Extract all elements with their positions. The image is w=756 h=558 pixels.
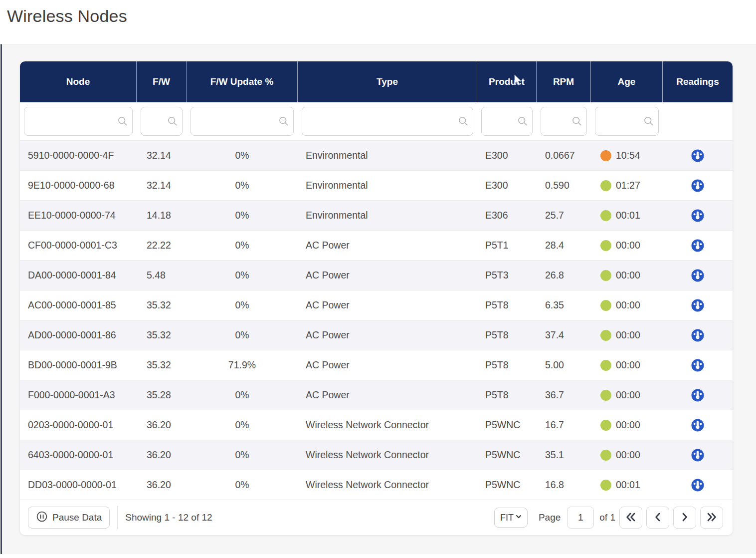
column-header-age[interactable]: Age <box>591 61 663 102</box>
filter-cell-age <box>591 102 663 140</box>
filter-input-product[interactable] <box>481 107 533 136</box>
first-page-button[interactable] <box>619 507 642 529</box>
age-status-dot <box>600 420 611 431</box>
readings-gauge-icon[interactable] <box>690 478 705 493</box>
rpm-cell: 37.4 <box>537 320 591 350</box>
readings-cell <box>663 231 733 260</box>
firmware-update-cell: 0% <box>187 320 298 350</box>
node-cell: DA00-0000-0001-84 <box>20 261 137 290</box>
showing-range-text: Showing 1 - 12 of 12 <box>125 512 212 523</box>
filter-input-age[interactable] <box>595 107 659 136</box>
age-cell: 00:00 <box>591 231 663 260</box>
rpm-cell: 28.4 <box>537 231 591 260</box>
firmware-update-cell: 0% <box>187 201 298 230</box>
last-page-button[interactable] <box>700 507 723 529</box>
firmware-update-cell: 0% <box>187 380 298 410</box>
rpm-cell: 35.1 <box>537 440 591 470</box>
age-cell: 00:00 <box>591 350 663 380</box>
filter-input-node[interactable] <box>24 107 133 136</box>
filter-input-rpm[interactable] <box>541 107 587 136</box>
node-cell: AD00-0000-0001-86 <box>20 320 137 350</box>
age-cell: 00:00 <box>591 440 663 470</box>
readings-cell <box>663 320 733 350</box>
table-row: AC00-0000-0001-85 35.32 0% AC Power P5T8… <box>20 290 733 320</box>
age-cell: 00:01 <box>591 201 663 230</box>
column-header-readings[interactable]: Readings <box>663 61 733 102</box>
column-header-rpm[interactable]: RPM <box>537 61 591 102</box>
product-cell: P5T8 <box>477 350 537 380</box>
age-value: 10:54 <box>616 150 640 161</box>
table-row: 5910-0000-0000-4F 32.14 0% Environmental… <box>20 140 733 170</box>
next-page-button[interactable] <box>673 507 696 529</box>
node-cell: 5910-0000-0000-4F <box>20 141 137 170</box>
column-header-f-w[interactable]: F/W <box>137 61 187 102</box>
firmware-update-cell: 0% <box>187 290 298 320</box>
age-value: 00:00 <box>616 449 640 461</box>
rpm-cell: 36.7 <box>537 380 591 410</box>
page-title: Wireless Nodes <box>7 6 756 26</box>
readings-gauge-icon[interactable] <box>690 208 705 223</box>
product-cell: P5WNC <box>477 440 537 470</box>
readings-gauge-icon[interactable] <box>690 298 705 313</box>
readings-cell <box>663 410 733 440</box>
firmware-cell: 32.14 <box>137 171 187 200</box>
table-row: BD00-0000-0001-9B 35.32 71.9% AC Power P… <box>20 350 733 380</box>
page-size-select[interactable]: FIT <box>494 508 528 528</box>
node-cell: EE10-0000-0000-74 <box>20 201 137 230</box>
product-cell: E306 <box>477 201 537 230</box>
column-header-f-w-update[interactable]: F/W Update % <box>187 61 298 102</box>
chevron-down-icon <box>515 513 523 523</box>
readings-gauge-icon[interactable] <box>690 238 705 253</box>
page-number-input[interactable] <box>567 507 594 529</box>
age-value: 00:00 <box>616 240 640 251</box>
type-cell: AC Power <box>298 261 477 290</box>
wireless-nodes-table: NodeF/WF/W Update %TypeProductRPMAgeRead… <box>20 61 733 535</box>
column-header-node[interactable]: Node <box>20 61 137 102</box>
readings-gauge-icon[interactable] <box>690 268 705 283</box>
age-status-dot <box>600 240 611 251</box>
readings-gauge-icon[interactable] <box>690 148 705 163</box>
type-cell: AC Power <box>298 231 477 260</box>
product-cell: P5T1 <box>477 231 537 260</box>
firmware-cell: 35.32 <box>137 290 187 320</box>
type-cell: Environmental <box>298 141 477 170</box>
readings-gauge-icon[interactable] <box>690 418 705 433</box>
footer-divider <box>117 506 118 529</box>
table-row: DD03-0000-0000-01 36.20 0% Wireless Netw… <box>20 470 733 500</box>
readings-gauge-icon[interactable] <box>690 388 705 403</box>
rpm-cell: 25.7 <box>537 201 591 230</box>
readings-gauge-icon[interactable] <box>690 358 705 373</box>
firmware-cell: 36.20 <box>137 410 187 440</box>
table-row: AD00-0000-0001-86 35.32 0% AC Power P5T8… <box>20 320 733 350</box>
filter-input-f-w-update[interactable] <box>190 107 294 136</box>
previous-page-button[interactable] <box>646 507 669 529</box>
firmware-update-cell: 0% <box>187 141 298 170</box>
readings-cell <box>663 171 733 200</box>
age-cell: 00:01 <box>591 470 663 500</box>
readings-gauge-icon[interactable] <box>690 448 705 463</box>
node-cell: CF00-0000-0001-C3 <box>20 231 137 260</box>
readings-gauge-icon[interactable] <box>690 178 705 193</box>
column-header-product[interactable]: Product <box>477 61 537 102</box>
rpm-cell: 16.8 <box>537 470 591 500</box>
firmware-update-cell: 71.9% <box>187 350 298 380</box>
rpm-cell: 16.7 <box>537 410 591 440</box>
filter-input-f-w[interactable] <box>141 107 183 136</box>
age-cell: 00:00 <box>591 410 663 440</box>
column-header-type[interactable]: Type <box>298 61 477 102</box>
rpm-cell: 0.0667 <box>537 141 591 170</box>
filter-cell-node <box>20 102 137 140</box>
filter-cell-f-w <box>137 102 187 140</box>
firmware-update-cell: 0% <box>187 410 298 440</box>
filter-cell-f-w-update <box>187 102 298 140</box>
filter-cell-product <box>477 102 537 140</box>
age-status-dot <box>600 360 611 371</box>
filter-input-type[interactable] <box>302 107 473 136</box>
firmware-cell: 14.18 <box>137 201 187 230</box>
firmware-cell: 35.28 <box>137 380 187 410</box>
node-cell: 6403-0000-0000-01 <box>20 440 137 470</box>
pause-data-button[interactable]: Pause Data <box>28 507 110 529</box>
readings-gauge-icon[interactable] <box>690 328 705 343</box>
age-value: 00:00 <box>616 389 640 401</box>
node-cell: 9E10-0000-0000-68 <box>20 171 137 200</box>
